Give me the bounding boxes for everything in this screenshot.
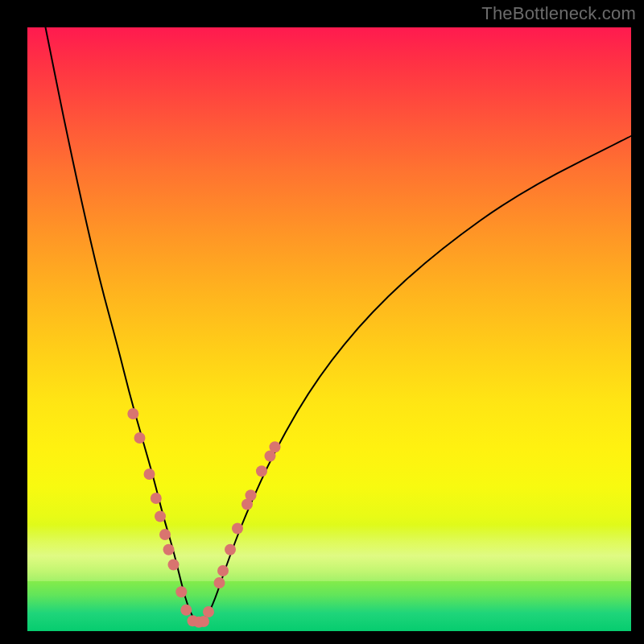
hint-point [163,544,175,555]
hint-point [225,544,236,555]
hint-point [256,465,267,477]
hint-point [175,586,187,597]
hint-points-group [127,408,280,628]
chart-svg [27,27,631,631]
hint-point [198,616,209,627]
watermark-text: TheBottleneck.com [481,3,636,24]
hint-point [168,559,180,571]
hint-point [180,605,192,616]
hint-point [217,565,229,576]
hint-point [214,577,225,588]
hint-point [151,493,162,504]
hint-point [134,432,146,444]
hint-point [127,408,138,419]
hint-point [232,523,243,535]
hint-point [155,511,166,522]
hint-point [246,489,257,501]
hint-point [270,441,281,452]
hint-point [144,469,155,480]
hint-point [203,606,214,617]
bottleneck-curve [46,27,632,621]
hint-point [159,529,171,540]
chart-frame: TheBottleneck.com [0,0,644,644]
